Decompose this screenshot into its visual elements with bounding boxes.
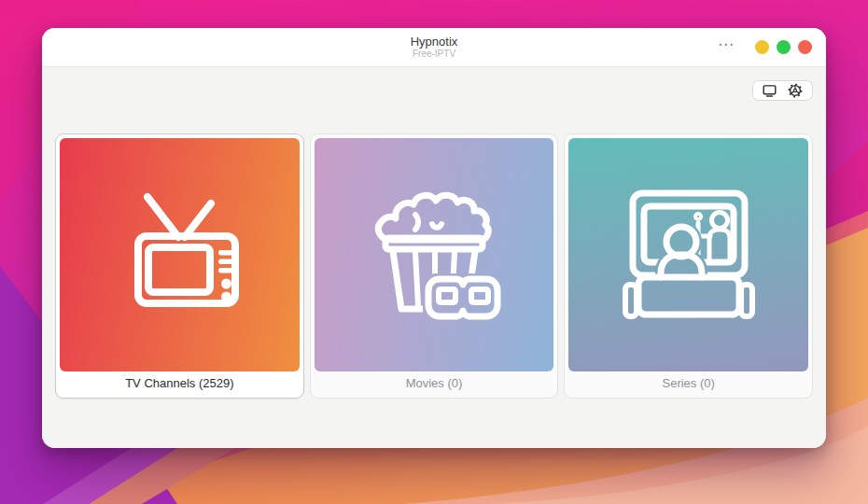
card-tv-channels[interactable]: TV Channels (2529) (55, 133, 304, 399)
toolbar-button-group (752, 80, 813, 101)
preferences-button[interactable] (787, 82, 804, 99)
page-title: Hypnotix (411, 35, 458, 49)
window-subtitle: Free-IPTV (413, 49, 455, 59)
app-window: Hypnotix Free-IPTV ⋯ (42, 28, 826, 448)
card-series[interactable]: Series (0) (564, 133, 813, 399)
series-art (568, 138, 808, 371)
maximize-button[interactable] (777, 40, 791, 54)
tv-icon (105, 180, 254, 329)
minimize-button[interactable] (755, 40, 769, 54)
tv-channels-art (60, 138, 300, 371)
titlebar[interactable]: Hypnotix Free-IPTV ⋯ (42, 28, 826, 67)
window-content: TV Channels (2529) (42, 67, 826, 448)
title-block: Hypnotix Free-IPTV (42, 28, 826, 66)
card-movies[interactable]: Movies (0) (310, 133, 559, 399)
movies-art (315, 138, 554, 371)
hamburger-menu-button[interactable]: ⋯ (718, 40, 740, 55)
card-label-series: Series (0) (568, 371, 808, 394)
card-label-movies: Movies (0) (315, 371, 554, 394)
couch-tv-viewer-icon (610, 180, 767, 329)
category-cards: TV Channels (2529) (55, 133, 813, 399)
toolbar (55, 80, 813, 101)
popcorn-3d-glasses-icon (359, 180, 509, 329)
card-label-tv-channels: TV Channels (2529) (60, 371, 300, 394)
window-controls: ⋯ (718, 28, 812, 66)
gear-icon (787, 82, 804, 99)
close-button[interactable] (798, 40, 812, 54)
tv-output-button[interactable] (762, 83, 777, 99)
display-icon (762, 83, 777, 99)
